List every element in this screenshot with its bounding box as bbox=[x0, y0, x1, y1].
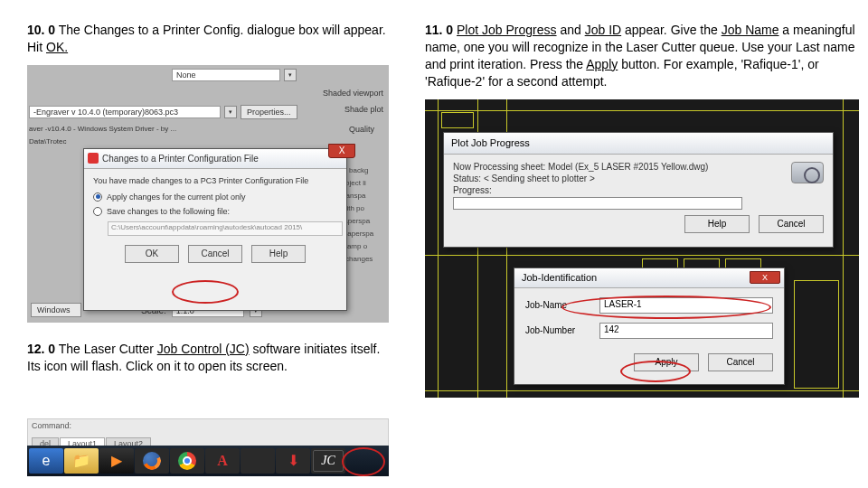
explorer-icon[interactable]: 📁 bbox=[64, 448, 99, 474]
close-button[interactable]: X bbox=[750, 271, 780, 284]
app-icon bbox=[88, 153, 99, 164]
job-number-label: Job-Number bbox=[525, 325, 589, 335]
dialog-message: You have made changes to a PC3 Printer C… bbox=[93, 176, 337, 185]
step-11-text: 11. 0 Plot Job Progress and Job ID appea… bbox=[425, 22, 859, 90]
screenshot-plot-jobid: Plot Job Progress Now Processing sheet: … bbox=[425, 99, 859, 398]
plot-job-progress-dialog: Plot Job Progress Now Processing sheet: … bbox=[443, 132, 834, 248]
step-12-text: 12. 0 The Laser Cutter Job Control (JC) … bbox=[27, 341, 389, 375]
progress-label: Progress: bbox=[453, 185, 824, 195]
radio-save-file[interactable] bbox=[93, 207, 102, 216]
dialog-title: Changes to a Printer Configuration File bbox=[102, 154, 259, 164]
help-button[interactable]: Help bbox=[251, 245, 306, 263]
dropdown-arrow-icon: ▾ bbox=[224, 106, 237, 118]
dialog-title: Job-Identification bbox=[522, 272, 597, 283]
job-control-icon[interactable]: JC bbox=[311, 448, 345, 474]
dropdown-arrow-icon: ▾ bbox=[284, 69, 297, 81]
ie-icon[interactable]: e bbox=[29, 448, 63, 474]
ok-button[interactable]: OK bbox=[125, 245, 179, 263]
autocad-icon[interactable]: A bbox=[205, 448, 240, 474]
job-name-input[interactable]: LASER-1 bbox=[599, 297, 773, 314]
radio-apply-current[interactable] bbox=[93, 192, 102, 202]
plotter-icon bbox=[791, 162, 824, 183]
dialog-title: Plot Job Progress bbox=[444, 133, 833, 155]
highlight-oval-jc bbox=[342, 447, 385, 476]
media-player-icon[interactable]: ▶ bbox=[99, 448, 134, 474]
screenshot-taskbar: Command: del Layout1 Layout2 e 📁 ▶ A ⬇ J… bbox=[27, 418, 389, 476]
step-10-num: 10. 0 bbox=[27, 23, 55, 37]
app-icon[interactable] bbox=[241, 448, 275, 474]
cancel-button[interactable]: Cancel bbox=[708, 353, 773, 371]
firefox-icon[interactable] bbox=[135, 448, 169, 474]
step-11-num: 11. 0 bbox=[425, 23, 453, 37]
cancel-button[interactable]: Cancel bbox=[759, 215, 824, 233]
properties-button[interactable]: Properties... bbox=[241, 105, 297, 119]
cancel-button[interactable]: Cancel bbox=[188, 245, 242, 263]
job-name-label: Job-Name bbox=[525, 300, 589, 310]
step-12-num: 12. 0 bbox=[27, 342, 55, 356]
windows-button[interactable]: Windows bbox=[31, 303, 81, 317]
path-field: C:\Users\account\appdata\roaming\autodes… bbox=[108, 221, 343, 236]
status-line: Status: < Sending sheet to plotter > bbox=[453, 174, 824, 183]
printer-config-dialog: Changes to a Printer Configuration File … bbox=[83, 148, 347, 311]
step-10-text: 10. 0 The Changes to a Printer Config. d… bbox=[27, 22, 389, 56]
processing-sheet: Now Processing sheet: Model (Ex_5 LASER … bbox=[453, 162, 824, 172]
close-button[interactable]: X bbox=[328, 144, 355, 158]
help-button[interactable]: Help bbox=[684, 215, 750, 233]
apply-button[interactable]: Apply bbox=[634, 353, 699, 371]
job-number-input[interactable]: 142 bbox=[599, 323, 773, 339]
adobe-reader-icon[interactable]: ⬇ bbox=[276, 448, 310, 474]
screenshot-printer-config: None ▾ Shaded viewport -Engraver v 10.4.… bbox=[27, 65, 389, 323]
job-identification-dialog: Job-Identification X Job-Name LASER-1 Jo… bbox=[514, 267, 785, 385]
chrome-icon[interactable] bbox=[170, 448, 204, 474]
highlight-oval-ok bbox=[172, 280, 239, 304]
progress-bar bbox=[453, 197, 742, 210]
